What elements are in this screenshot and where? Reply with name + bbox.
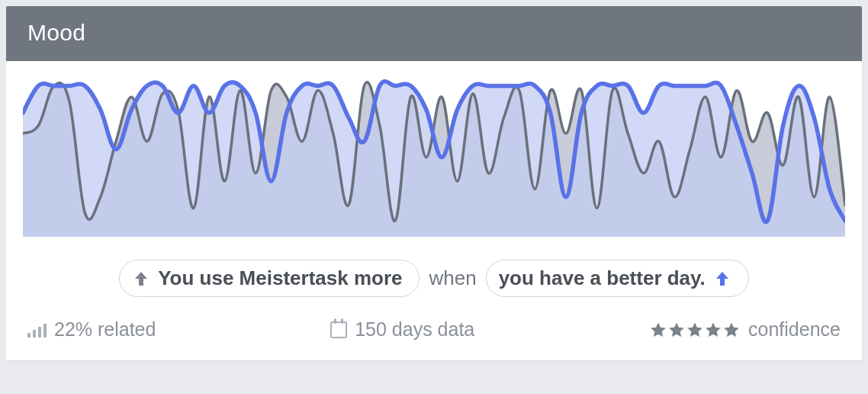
related-metric: 22% related [27,318,156,341]
star-icon [649,321,667,339]
chart-container [6,61,862,244]
arrow-up-icon [713,270,731,288]
confidence-metric: confidence [649,318,841,341]
card-title: Mood [27,20,85,45]
calendar-icon [330,321,347,338]
card-header: Mood [6,6,862,61]
confidence-stars [649,321,741,339]
star-icon [667,321,686,339]
related-text: 22% related [54,318,156,341]
insight-pill-2-text: you have a better day. [499,266,706,290]
arrow-up-icon [132,270,150,288]
insight-pill-1: You use Meistertask more [119,260,420,297]
insight-pill-2: you have a better day. [486,260,749,297]
mood-card: Mood You use Meistertask more when you h… [6,6,862,360]
insight-connector: when [429,266,476,290]
insight-pill-1-text: You use Meistertask more [158,266,402,290]
star-icon [686,321,704,339]
star-icon [704,321,722,339]
mood-chart [23,78,845,237]
signal-bars-icon [27,322,47,337]
data-span-text: 150 days data [355,318,474,341]
star-icon [722,321,741,339]
insight-row: You use Meistertask more when you have a… [6,244,862,318]
confidence-text: confidence [748,318,841,341]
data-span-metric: 150 days data [330,318,474,341]
card-footer: 22% related 150 days data confidence [6,318,862,360]
